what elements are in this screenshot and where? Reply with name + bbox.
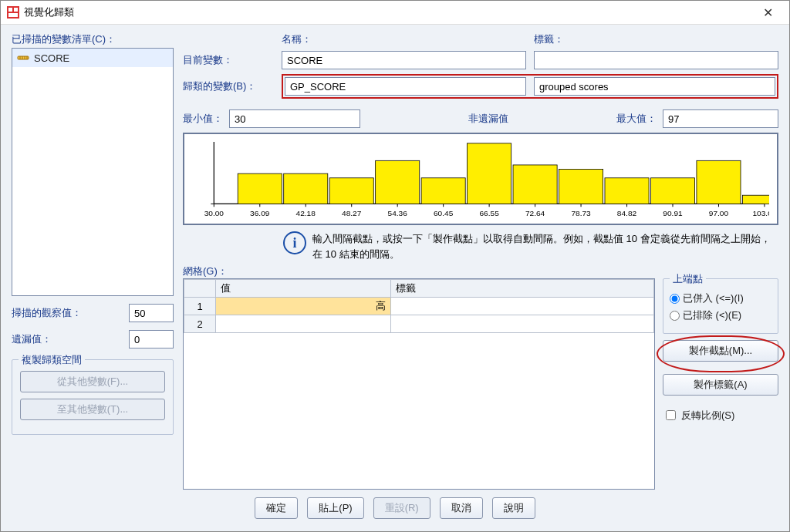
table-row[interactable]: 2: [184, 315, 654, 333]
binned-var-name[interactable]: [285, 77, 526, 96]
label-header: 標籤：: [534, 32, 778, 46]
column-headers: 名稱： 標籤：: [183, 32, 778, 46]
current-var-label: 目前變數：: [183, 53, 275, 67]
scanned-count-label: 掃描的觀察值：: [12, 306, 124, 320]
grid-corner: [184, 280, 216, 298]
help-button[interactable]: 說明: [492, 497, 535, 519]
svg-text:42.18: 42.18: [296, 209, 316, 217]
svg-text:60.45: 60.45: [434, 209, 454, 217]
binned-var-tag[interactable]: [534, 77, 775, 96]
from-other-var-button: 從其他變數(F)...: [20, 371, 165, 392]
min-max-row: 最小值： 非遺漏值 最大值：: [183, 109, 778, 128]
svg-text:30.00: 30.00: [204, 209, 225, 217]
svg-text:48.27: 48.27: [342, 209, 362, 217]
min-label: 最小值：: [183, 112, 223, 126]
svg-rect-37: [605, 178, 649, 204]
cell-value[interactable]: 高: [216, 298, 391, 315]
make-cutpoints-button[interactable]: 製作截點(M)...: [663, 340, 778, 362]
row-header[interactable]: 2: [184, 315, 216, 333]
reverse-scale-checkbox[interactable]: [666, 410, 676, 420]
nonmissing-label: 非遺漏值: [366, 112, 610, 126]
current-variable-row: 目前變數：: [183, 51, 778, 69]
title-bar: 視覺化歸類 ✕: [1, 1, 789, 25]
name-header: 名稱：: [282, 32, 526, 46]
svg-text:66.55: 66.55: [479, 209, 499, 217]
cell-value[interactable]: [216, 315, 391, 333]
svg-rect-1: [8, 8, 12, 12]
table-row[interactable]: 1高: [184, 298, 654, 315]
left-panel: 已掃描的變數清單(C)： SCORE 掃描的觀察值： 遺漏值：: [12, 32, 174, 490]
window-title: 視覺化歸類: [24, 5, 752, 19]
scale-icon: [17, 52, 29, 64]
upper-endpoints-legend: 上端點: [670, 272, 706, 286]
svg-rect-40: [650, 178, 694, 204]
missing-field: [129, 330, 174, 348]
scanned-list-label: 已掃描的變數清單(C)：: [12, 32, 174, 46]
copy-bins-group: 複製歸類空間 從其他變數(F)... 至其他變數(T)...: [12, 359, 174, 435]
svg-rect-22: [376, 160, 420, 204]
ok-button[interactable]: 確定: [255, 497, 298, 519]
min-field: [229, 109, 360, 128]
radio-included[interactable]: 已併入 (<=)(I): [670, 291, 771, 305]
info-row: i 輸入間隔截點，或按一下「製作截點」以取得自動間隔。例如，截點值 10 會定義…: [283, 231, 778, 261]
scanned-variable-list[interactable]: SCORE: [12, 48, 174, 296]
radio-included-input[interactable]: [670, 294, 680, 304]
svg-rect-16: [284, 173, 328, 204]
grid-left: 值 標籤 1高2: [183, 278, 655, 490]
right-panel: 名稱： 標籤： 目前變數： 歸類的變數(B)：: [183, 32, 778, 490]
svg-rect-28: [468, 143, 511, 204]
list-item-label: SCORE: [34, 52, 69, 64]
binned-variable-row: 歸類的變數(B)：: [183, 74, 778, 99]
dialog-body: 已掃描的變數清單(C)： SCORE 掃描的觀察值： 遺漏值：: [1, 25, 789, 531]
svg-text:97.00: 97.00: [709, 209, 729, 217]
svg-text:103.09: 103.09: [752, 209, 769, 217]
make-labels-button[interactable]: 製作標籤(A): [663, 374, 778, 396]
list-item[interactable]: SCORE: [12, 49, 173, 67]
radio-excluded[interactable]: 已排除 (<)(E): [670, 308, 771, 322]
svg-text:90.91: 90.91: [663, 209, 683, 217]
svg-rect-43: [697, 160, 741, 204]
grid-right: 上端點 已併入 (<=)(I) 已排除 (<)(E) 製作截點(M): [663, 278, 778, 490]
button-bar: 確定 貼上(P) 重設(R) 取消 說明: [12, 490, 778, 524]
max-label: 最大值：: [616, 112, 657, 126]
missing-row: 遺漏值：: [12, 330, 174, 348]
svg-rect-19: [329, 178, 373, 204]
grid-table[interactable]: 值 標籤 1高2: [183, 278, 655, 490]
upper-endpoints-group: 上端點 已併入 (<=)(I) 已排除 (<)(E): [663, 278, 778, 334]
binned-var-label: 歸類的變數(B)：: [183, 79, 275, 93]
svg-rect-34: [559, 170, 603, 204]
reverse-scale[interactable]: 反轉比例(S): [663, 408, 778, 423]
svg-text:36.09: 36.09: [250, 209, 270, 217]
histogram-svg: 30.0036.0942.1848.2754.3660.4566.5572.64…: [192, 139, 769, 222]
svg-rect-46: [742, 195, 769, 204]
info-text: 輸入間隔截點，或按一下「製作截點」以取得自動間隔。例如，截點值 10 會定義從先…: [312, 231, 778, 261]
row-header[interactable]: 1: [184, 298, 216, 315]
grid-col-label[interactable]: 標籤: [391, 280, 654, 298]
radio-excluded-input[interactable]: [670, 311, 680, 321]
svg-rect-31: [513, 165, 557, 204]
grid-col-value[interactable]: 值: [216, 280, 391, 298]
cancel-button[interactable]: 取消: [440, 497, 483, 519]
visual-binning-dialog: 視覺化歸類 ✕ 已掃描的變數清單(C)： SCORE 掃描的觀察值：: [0, 0, 790, 532]
svg-rect-2: [14, 8, 18, 12]
svg-rect-13: [238, 173, 282, 204]
svg-rect-3: [8, 13, 18, 17]
cell-label[interactable]: [391, 315, 654, 333]
paste-button[interactable]: 貼上(P): [307, 497, 363, 519]
main-area: 已掃描的變數清單(C)： SCORE 掃描的觀察值： 遺漏值：: [12, 32, 778, 490]
svg-text:84.82: 84.82: [617, 209, 637, 217]
current-var-name: [282, 51, 526, 69]
to-other-var-button: 至其他變數(T)...: [20, 399, 165, 420]
info-icon: i: [283, 231, 306, 254]
close-button[interactable]: ✕: [752, 1, 783, 24]
svg-rect-25: [421, 178, 465, 204]
current-var-tag: [534, 51, 778, 69]
svg-text:78.73: 78.73: [571, 209, 591, 217]
cell-label[interactable]: [391, 298, 654, 315]
grid-section: 值 標籤 1高2 上端點: [183, 278, 778, 490]
app-icon: [7, 6, 19, 19]
missing-label: 遺漏值：: [12, 332, 124, 346]
scanned-count-field: [129, 304, 174, 322]
svg-text:72.64: 72.64: [525, 209, 545, 217]
copy-bins-legend: 複製歸類空間: [19, 353, 85, 367]
